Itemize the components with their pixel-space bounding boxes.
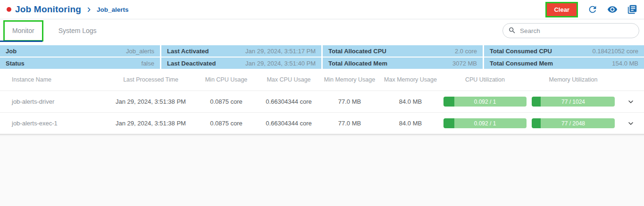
summary-cell-total-consumed-cpu: Total Consumed CPU 0.18421052 core bbox=[484, 45, 644, 57]
instance-table: Instance Name Last Processed Time Min CP… bbox=[0, 69, 644, 134]
min-cpu-usage: 0.0875 core bbox=[194, 98, 258, 105]
max-cpu-usage: 0.66304344 core bbox=[258, 120, 319, 127]
status-dot-icon bbox=[7, 7, 11, 12]
search-box bbox=[502, 23, 639, 38]
memory-utilization-cell: 77 / 2048 bbox=[529, 118, 618, 128]
tab-bar: Monitor System Logs bbox=[0, 19, 644, 42]
cpu-utilization-bar: 0.092 / 1 bbox=[443, 97, 527, 107]
col-header-min-cpu-usage: Min CPU Usage bbox=[194, 76, 258, 83]
col-header-max-memory-usage: Max Memory Usage bbox=[380, 76, 441, 83]
chevron-down-icon bbox=[627, 98, 635, 106]
summary-cell-total-allocated-cpu: Total Allocated CPU 2.0 core bbox=[323, 45, 483, 57]
memory-utilization-value: 77 / 2048 bbox=[532, 118, 615, 128]
last-processed-time: Jan 29, 2024, 3:51:38 PM bbox=[107, 120, 194, 127]
job-monitoring-page: Job Monitoring Job_alerts Clear Mon bbox=[0, 0, 644, 206]
summary-cell-last-deactivated: Last Deactivated Jan 29, 2024, 3:51:40 P… bbox=[161, 58, 321, 69]
table-header-row: Instance Name Last Processed Time Min CP… bbox=[0, 69, 644, 91]
summary-value: 2.0 core bbox=[455, 48, 477, 55]
summary-label: Status bbox=[6, 60, 25, 67]
expand-row-button[interactable] bbox=[618, 98, 644, 106]
summary-value: 3072 MB bbox=[452, 60, 477, 67]
instance-name: job-alerts-exec-1 bbox=[0, 120, 107, 127]
summary-cell-job: Job Job_alerts bbox=[0, 45, 160, 57]
cpu-utilization-value: 0.092 / 1 bbox=[443, 118, 527, 128]
summary-label: Total Allocated CPU bbox=[328, 48, 386, 55]
active-tab-underline bbox=[0, 41, 42, 42]
search-input[interactable] bbox=[502, 23, 639, 38]
min-memory-usage: 77.0 MB bbox=[319, 98, 380, 105]
memory-utilization-bar: 77 / 2048 bbox=[532, 118, 615, 128]
max-cpu-usage: 0.66304344 core bbox=[258, 98, 319, 105]
summary-label: Last Activated bbox=[167, 48, 209, 55]
col-header-cpu-utilization: CPU Utilization bbox=[441, 76, 529, 83]
summary-grid: Job Job_alerts Last Activated Jan 29, 20… bbox=[0, 45, 644, 69]
col-header-max-cpu-usage: Max CPU Usage bbox=[258, 76, 319, 83]
table-row[interactable]: job-alerts-driver Jan 29, 2024, 3:51:38 … bbox=[0, 91, 644, 112]
annotation-box-clear: Clear bbox=[545, 2, 578, 17]
breadcrumb-item-job-alerts[interactable]: Job_alerts bbox=[97, 6, 129, 13]
summary-value: Jan 29, 2024, 3:51:40 PM bbox=[245, 60, 316, 67]
chevron-down-icon bbox=[627, 120, 635, 127]
memory-utilization-bar: 77 / 1024 bbox=[532, 97, 615, 107]
min-memory-usage: 77.0 MB bbox=[319, 120, 380, 127]
summary-label: Total Allocated Mem bbox=[328, 60, 387, 67]
memory-utilization-cell: 77 / 1024 bbox=[529, 97, 618, 107]
instance-name: job-alerts-driver bbox=[0, 98, 107, 105]
summary-value: 0.18421052 core bbox=[592, 48, 638, 55]
memory-utilization-value: 77 / 1024 bbox=[532, 97, 615, 107]
summary-label: Total Consumed Mem bbox=[490, 60, 553, 67]
breadcrumb: Job Monitoring Job_alerts bbox=[7, 4, 129, 15]
empty-content-area bbox=[0, 134, 644, 206]
tab-monitor[interactable]: Monitor bbox=[12, 27, 34, 34]
page-title: Job Monitoring bbox=[15, 4, 81, 15]
tabs: Monitor System Logs bbox=[0, 19, 97, 42]
min-cpu-usage: 0.0875 core bbox=[194, 120, 258, 127]
last-processed-time: Jan 29, 2024, 3:51:38 PM bbox=[107, 98, 194, 105]
tab-system-logs[interactable]: System Logs bbox=[59, 27, 97, 34]
annotation-box-monitor: Monitor bbox=[3, 20, 43, 41]
col-header-last-processed-time: Last Processed Time bbox=[107, 76, 194, 83]
summary-value: Jan 29, 2024, 3:51:17 PM bbox=[245, 48, 316, 55]
page-header: Job Monitoring Job_alerts Clear bbox=[0, 0, 644, 19]
summary-label: Total Consumed CPU bbox=[490, 48, 552, 55]
logs-icon[interactable] bbox=[627, 4, 637, 15]
chevron-right-icon bbox=[86, 7, 92, 13]
max-memory-usage: 84.0 MB bbox=[380, 120, 441, 127]
summary-cell-status: Status false bbox=[0, 58, 160, 69]
col-header-min-memory-usage: Min Memory Usage bbox=[319, 76, 380, 83]
summary-value: Job_alerts bbox=[126, 48, 154, 55]
max-memory-usage: 84.0 MB bbox=[380, 98, 441, 105]
refresh-icon[interactable] bbox=[587, 4, 598, 15]
summary-label: Last Deactivated bbox=[167, 60, 216, 67]
header-actions: Clear bbox=[545, 2, 637, 17]
summary-cell-total-allocated-mem: Total Allocated Mem 3072 MB bbox=[323, 58, 483, 69]
clear-button[interactable]: Clear bbox=[547, 3, 577, 16]
cpu-utilization-cell: 0.092 / 1 bbox=[441, 97, 529, 107]
summary-cell-last-activated: Last Activated Jan 29, 2024, 3:51:17 PM bbox=[161, 45, 321, 57]
cpu-utilization-bar: 0.092 / 1 bbox=[443, 118, 527, 128]
eye-icon[interactable] bbox=[607, 4, 618, 15]
summary-label: Job bbox=[6, 48, 17, 55]
col-header-instance-name: Instance Name bbox=[0, 76, 107, 83]
cpu-utilization-cell: 0.092 / 1 bbox=[441, 118, 529, 128]
col-header-memory-utilization: Memory Utilization bbox=[529, 76, 618, 83]
cpu-utilization-value: 0.092 / 1 bbox=[443, 97, 527, 107]
summary-value: false bbox=[142, 60, 154, 67]
summary-value: 154.0 MB bbox=[612, 60, 638, 67]
expand-row-button[interactable] bbox=[618, 120, 644, 127]
table-row[interactable]: job-alerts-exec-1 Jan 29, 2024, 3:51:38 … bbox=[0, 112, 644, 134]
summary-cell-total-consumed-mem: Total Consumed Mem 154.0 MB bbox=[484, 58, 644, 69]
